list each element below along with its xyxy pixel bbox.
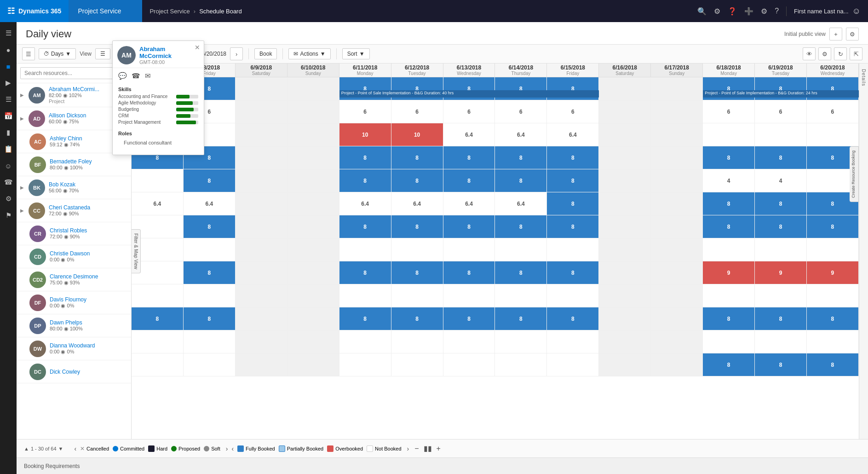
grid-cell[interactable]: 6 [755, 100, 807, 123]
grid-cell[interactable] [547, 330, 599, 353]
legend-zoom-in[interactable]: + [437, 445, 441, 453]
grid-cell[interactable] [339, 330, 391, 353]
resource-row[interactable]: CR Christal Robles 72:00 ◉ 90% [17, 222, 131, 245]
grid-cell[interactable] [287, 100, 339, 123]
grid-cell[interactable] [703, 284, 755, 307]
grid-cell[interactable]: 6.4 [547, 123, 599, 146]
resource-row[interactable]: ▶ BK Bob Kozak 56:00 ◉ 70% [17, 176, 131, 199]
grid-cell[interactable]: 4 [703, 169, 755, 192]
grid-cell[interactable]: 8 [495, 215, 547, 238]
search-input[interactable] [20, 67, 127, 79]
legend-nav-next[interactable]: › [226, 445, 228, 452]
grid-cell[interactable] [599, 261, 651, 284]
grid-cell[interactable]: 8 [339, 77, 391, 100]
grid-cell[interactable] [599, 100, 651, 123]
resource-row[interactable]: CD2 Clarence Desimone 75:00 ◉ 93% [17, 268, 131, 291]
grid-cell[interactable] [651, 261, 703, 284]
grid-cell[interactable] [599, 77, 651, 100]
phone-icon[interactable]: ☎ [132, 72, 140, 80]
grid-cell[interactable] [443, 238, 495, 261]
grid-cell[interactable]: 8 [443, 215, 495, 238]
question-nav-icon[interactable]: ? [775, 7, 779, 15]
grid-cell[interactable]: 8 [391, 169, 443, 192]
grid-cell[interactable] [443, 330, 495, 353]
grid-cell[interactable]: 8 [547, 146, 599, 169]
grid-cell[interactable]: 8 [339, 146, 391, 169]
grid-cell[interactable] [651, 100, 703, 123]
grid-cell[interactable]: 8 [807, 77, 859, 100]
grid-cell[interactable]: 6.4 [339, 192, 391, 215]
grid-cell[interactable] [339, 353, 391, 376]
grid-cell[interactable]: 8 [703, 307, 755, 330]
grid-cell[interactable] [547, 284, 599, 307]
grid-cell[interactable] [236, 192, 287, 215]
grid-cell[interactable]: 6 [495, 100, 547, 123]
grid-cell[interactable]: 8 [339, 261, 391, 284]
legend-nav-prev2[interactable]: ‹ [231, 445, 234, 452]
grid-cell[interactable] [236, 146, 287, 169]
chat-icon[interactable]: 💬 [118, 72, 127, 80]
grid-cell[interactable] [287, 307, 339, 330]
grid-cell[interactable]: 8 [391, 261, 443, 284]
grid-cell[interactable]: 6 [807, 100, 859, 123]
sort-btn[interactable]: Sort ▼ [342, 48, 370, 59]
grid-cell[interactable]: 8 [755, 192, 807, 215]
sidebar-phone-btn[interactable]: ☎ [1, 175, 16, 190]
grid-cell[interactable] [287, 123, 339, 146]
list-view-btn[interactable]: ☰ [95, 48, 110, 59]
grid-cell[interactable]: 6.4 [443, 192, 495, 215]
grid-cell[interactable]: 8 [391, 146, 443, 169]
grid-cell[interactable] [287, 353, 339, 376]
resource-row[interactable]: BF Bernadette Foley 80:00 ◉ 100% [17, 153, 131, 176]
grid-cell[interactable] [236, 353, 287, 376]
settings-grid-btn[interactable]: ⚙ [818, 47, 831, 60]
grid-cell[interactable]: 8 [703, 77, 755, 100]
grid-cell[interactable] [651, 123, 703, 146]
grid-cell[interactable] [599, 123, 651, 146]
grid-cell[interactable]: 6.4 [132, 192, 184, 215]
settings-view-btn[interactable]: ⚙ [846, 28, 859, 40]
grid-cell[interactable] [651, 169, 703, 192]
grid-cell[interactable] [599, 284, 651, 307]
grid-cell[interactable]: 8 [184, 215, 236, 238]
grid-cell[interactable]: 10 [391, 123, 443, 146]
sidebar-menu-btn[interactable]: ☰ [1, 26, 16, 40]
grid-cell[interactable] [651, 215, 703, 238]
eye-btn[interactable]: 👁 [803, 47, 816, 60]
grid-cell[interactable]: 9 [807, 261, 859, 284]
grid-cell[interactable] [339, 238, 391, 261]
grid-cell[interactable]: 8 [132, 307, 184, 330]
grid-cell[interactable] [651, 192, 703, 215]
grid-cell[interactable]: 6 [443, 100, 495, 123]
grid-cell[interactable] [236, 100, 287, 123]
grid-cell[interactable]: 8 [443, 146, 495, 169]
create-resource-booking-tab[interactable]: Create Resource Booking [850, 146, 859, 202]
sidebar-notes-btn[interactable]: 📋 [1, 142, 16, 156]
grid-cell[interactable] [495, 353, 547, 376]
grid-cell[interactable] [287, 330, 339, 353]
resource-row[interactable]: DC Dick Cowley [17, 360, 131, 383]
grid-cell[interactable] [236, 330, 287, 353]
grid-cell[interactable] [651, 77, 703, 100]
sidebar-flag-btn[interactable]: ⚑ [1, 208, 16, 223]
grid-cell[interactable]: 4 [755, 169, 807, 192]
grid-cell[interactable] [287, 238, 339, 261]
grid-cell[interactable]: 6.4 [184, 192, 236, 215]
fullscreen-btn[interactable]: ⇱ [850, 47, 862, 60]
grid-cell[interactable]: 6.4 [495, 192, 547, 215]
popup-close-btn[interactable]: ✕ [195, 44, 200, 51]
book-btn[interactable]: Book [254, 48, 277, 59]
grid-cell[interactable] [599, 192, 651, 215]
refresh-btn[interactable]: ↻ [834, 47, 847, 60]
grid-cell[interactable]: 8 [443, 169, 495, 192]
grid-cell[interactable] [807, 123, 859, 146]
grid-cell[interactable] [443, 284, 495, 307]
grid-cell[interactable]: 8 [755, 353, 807, 376]
grid-cell[interactable]: 8 [184, 169, 236, 192]
next-date-btn[interactable]: › [230, 47, 243, 60]
legend-pause[interactable]: ▮▮ [424, 444, 432, 453]
grid-cell[interactable] [651, 284, 703, 307]
grid-cell[interactable]: 8 [755, 77, 807, 100]
grid-cell[interactable] [236, 238, 287, 261]
grid-cell[interactable] [132, 353, 184, 376]
